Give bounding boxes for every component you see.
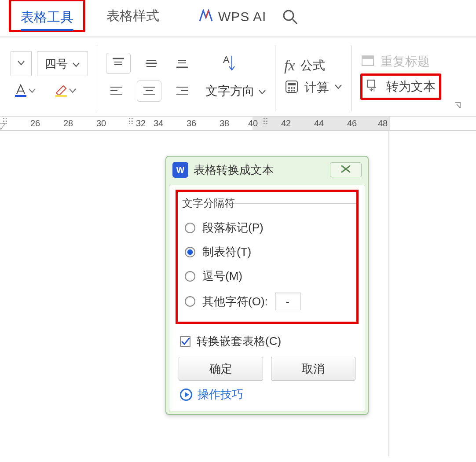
radio-label: 段落标记(P) (202, 220, 264, 235)
app-w-icon: W (172, 162, 188, 178)
repeat-header-icon (360, 53, 375, 70)
radio-icon (185, 271, 195, 282)
ruler-grip-icon[interactable]: ⠿ (262, 117, 268, 127)
checkbox-icon (180, 336, 190, 347)
close-icon (340, 165, 352, 175)
ruler-number: 32 (136, 118, 146, 128)
svg-point-29 (288, 90, 290, 92)
svg-text:A: A (223, 54, 230, 65)
separator-section-highlight: 文字分隔符 段落标记(P) 制表符(T) 逗号(M) 其他字符(O): - (176, 190, 359, 324)
font-size-dropdown[interactable]: 四号 (37, 51, 88, 76)
ruler-grip-icon[interactable]: ⠿ (2, 117, 7, 127)
ruler-number: 26 (30, 118, 40, 128)
radio-icon (185, 247, 195, 257)
other-char-input[interactable]: - (275, 293, 300, 310)
ruler-number: 30 (96, 118, 106, 128)
tips-link[interactable]: 操作技巧 (198, 387, 243, 402)
align-center-button[interactable] (137, 81, 161, 102)
ruler-number: 46 (347, 118, 357, 128)
dialog-title: 表格转换成文本 (194, 162, 274, 178)
align-left-button[interactable] (106, 82, 126, 100)
svg-line-1 (293, 19, 297, 24)
convert-to-text-button[interactable]: 转为文本 (386, 78, 436, 95)
formula-button[interactable]: 公式 (300, 57, 325, 74)
horizontal-ruler[interactable]: ⠿ ⠿ ⠿ 26 28 30 32 34 36 38 40 42 44 46 4… (0, 117, 476, 131)
tab-table-style[interactable]: 表格样式 (99, 0, 167, 29)
svg-point-27 (291, 87, 293, 89)
calculate-icon (284, 79, 299, 96)
radio-label: 逗号(M) (202, 268, 242, 284)
align-right-button[interactable] (172, 82, 192, 100)
align-top-button[interactable] (106, 53, 131, 74)
highlight-color-button[interactable] (51, 81, 79, 102)
text-direction-icon-button[interactable]: A (216, 51, 243, 75)
ruler-number: 28 (63, 118, 73, 128)
radio-icon (185, 296, 195, 307)
cancel-button[interactable]: 取消 (271, 357, 355, 381)
svg-point-0 (284, 11, 293, 20)
search-icon[interactable] (278, 6, 301, 27)
text-direction-dropdown[interactable]: 文字方向 (205, 83, 266, 99)
svg-rect-25 (288, 83, 296, 85)
ruler-number: 48 (378, 118, 388, 128)
convert-to-text-icon: T (366, 78, 381, 95)
ruler-grip-icon[interactable]: ⠿ (128, 117, 133, 127)
convert-to-text-highlight: T 转为文本 (360, 73, 441, 100)
svg-point-30 (291, 90, 293, 92)
text-direction-label: 文字方向 (205, 83, 255, 99)
tab-tableTools-highlight: 表格工具 (9, 0, 85, 32)
svg-point-28 (293, 87, 295, 89)
expand-ribbon-icon[interactable] (454, 102, 463, 112)
ruler-number: 44 (314, 118, 324, 128)
font-color-button[interactable] (11, 81, 39, 102)
radio-other[interactable]: 其他字符(O): - (182, 288, 352, 315)
svg-point-26 (288, 87, 290, 89)
play-icon (180, 389, 192, 401)
separator-legend: 文字分隔符 (182, 196, 352, 210)
ruler-number: 40 (248, 118, 258, 128)
font-family-dropdown[interactable] (11, 51, 32, 76)
ruler-number: 34 (154, 118, 163, 128)
convert-table-to-text-dialog: W 表格转换成文本 文字分隔符 段落标记(P) 制表符(T) 逗号(M) (165, 156, 369, 415)
svg-rect-4 (55, 95, 67, 97)
chevron-down-icon (258, 84, 266, 98)
ruler-number: 38 (220, 118, 229, 128)
repeat-header-button: 重复标题 (381, 53, 430, 70)
wps-ai-icon (198, 8, 214, 26)
radio-comma[interactable]: 逗号(M) (182, 264, 352, 288)
radio-label: 制表符(T) (202, 244, 251, 260)
align-bottom-button[interactable] (172, 54, 192, 73)
align-middle-button[interactable] (141, 54, 161, 73)
close-button[interactable] (330, 162, 362, 177)
chevron-down-icon (69, 88, 77, 95)
radio-label: 其他字符(O): (202, 294, 268, 309)
svg-point-31 (293, 90, 295, 92)
chevron-down-icon (72, 57, 80, 71)
highlight-icon (54, 83, 69, 100)
chevron-down-icon (28, 88, 36, 95)
calculate-button[interactable]: 计算 (304, 79, 329, 96)
radio-icon (185, 223, 195, 233)
wps-ai-label[interactable]: WPS AI (218, 9, 266, 24)
formula-fx-icon: fx (284, 57, 295, 74)
chevron-down-icon (17, 60, 25, 68)
font-color-icon (13, 83, 28, 100)
chevron-down-icon (334, 84, 342, 92)
font-size-value: 四号 (45, 56, 68, 72)
svg-rect-3 (15, 95, 26, 97)
ruler-number: 36 (187, 118, 196, 128)
ruler-number: 42 (281, 118, 291, 128)
radio-paragraph[interactable]: 段落标记(P) (182, 216, 352, 240)
tab-table-tools[interactable]: 表格工具 (13, 1, 81, 30)
svg-rect-33 (362, 56, 373, 59)
checkbox-label: 转换嵌套表格(C) (197, 334, 281, 349)
radio-tab[interactable]: 制表符(T) (182, 240, 352, 264)
nested-tables-checkbox[interactable]: 转换嵌套表格(C) (178, 330, 356, 357)
ok-button[interactable]: 确定 (179, 357, 263, 381)
